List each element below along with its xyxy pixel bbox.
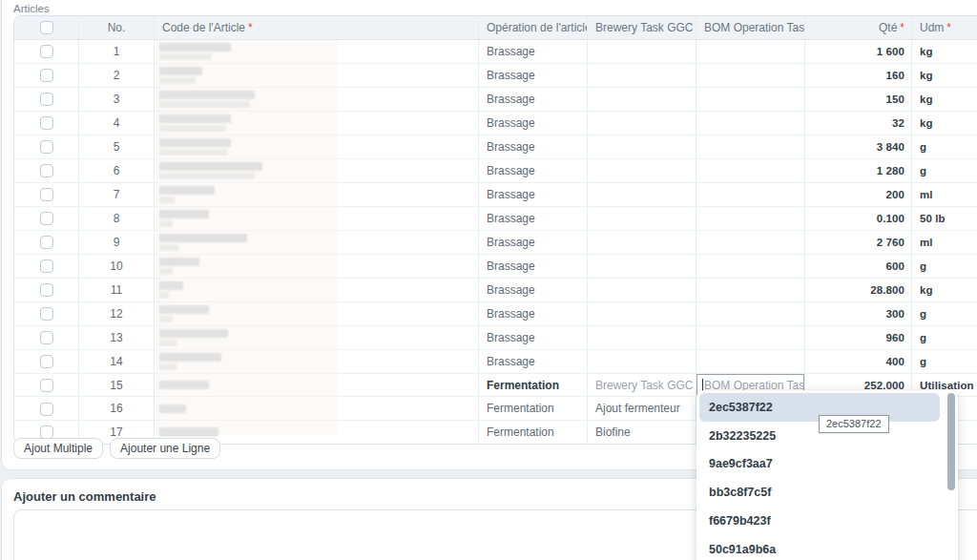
cell-qty[interactable]: 1 280: [805, 159, 912, 183]
cell-brewery-task[interactable]: [588, 40, 696, 64]
cell-operation[interactable]: Brassage: [479, 135, 588, 159]
cell-operation[interactable]: Fermentation: [479, 374, 588, 397]
cell-bom-operation[interactable]: [696, 326, 805, 350]
cell-udm[interactable]: g: [912, 302, 977, 326]
cell-udm[interactable]: kg: [912, 64, 977, 88]
cell-qty[interactable]: 600: [805, 255, 912, 279]
cell-brewery-task[interactable]: Biofine: [588, 421, 696, 444]
cell-operation[interactable]: Brassage: [479, 88, 588, 112]
cell-udm[interactable]: g: [912, 255, 977, 279]
cell-bom-operation[interactable]: [696, 279, 805, 302]
add-row-button[interactable]: Ajouter une Ligne: [110, 438, 220, 459]
cell-operation[interactable]: Brassage: [479, 255, 588, 279]
cell-qty[interactable]: 960: [805, 326, 912, 350]
cell-qty[interactable]: 0.100: [805, 207, 912, 231]
cell-brewery-task[interactable]: [588, 159, 696, 183]
row-checkbox[interactable]: [40, 212, 53, 225]
cell-article-code[interactable]: [155, 183, 479, 207]
row-checkbox[interactable]: [40, 188, 53, 201]
cell-article-code[interactable]: [155, 112, 479, 135]
cell-udm[interactable]: kg: [912, 88, 977, 112]
cell-brewery-task[interactable]: [588, 135, 696, 159]
cell-bom-operation[interactable]: [696, 135, 805, 159]
cell-udm[interactable]: kg: [912, 112, 977, 135]
cell-udm[interactable]: kg: [912, 279, 977, 302]
cell-bom-operation[interactable]: [696, 64, 805, 88]
cell-bom-operation[interactable]: [696, 231, 805, 255]
cell-brewery-task[interactable]: [588, 112, 696, 135]
cell-article-code[interactable]: [155, 255, 479, 279]
cell-brewery-task[interactable]: [588, 350, 696, 374]
cell-operation[interactable]: Brassage: [479, 326, 588, 350]
row-checkbox[interactable]: [40, 331, 53, 344]
cell-operation[interactable]: Brassage: [479, 40, 588, 64]
cell-qty[interactable]: 150: [805, 88, 912, 112]
cell-brewery-task[interactable]: [588, 64, 696, 88]
dropdown-item[interactable]: f6679b423f: [699, 507, 940, 535]
cell-bom-operation[interactable]: [696, 159, 805, 183]
cell-operation[interactable]: Brassage: [479, 302, 588, 326]
row-checkbox[interactable]: [40, 140, 53, 154]
cell-udm[interactable]: ml: [912, 231, 977, 255]
row-checkbox[interactable]: [40, 355, 53, 368]
row-checkbox[interactable]: [40, 236, 53, 249]
cell-bom-operation[interactable]: [696, 112, 805, 135]
cell-article-code[interactable]: [155, 397, 479, 420]
row-checkbox[interactable]: [40, 164, 53, 177]
cell-article-code[interactable]: [155, 279, 479, 302]
dropdown-scrollbar-thumb[interactable]: [947, 393, 955, 490]
cell-brewery-task[interactable]: Brewery Task GGC: [588, 374, 696, 397]
cell-brewery-task[interactable]: [588, 326, 696, 350]
cell-operation[interactable]: Brassage: [479, 159, 588, 183]
cell-udm[interactable]: 50 lb: [912, 207, 977, 231]
cell-brewery-task[interactable]: [588, 207, 696, 231]
cell-qty[interactable]: 300: [805, 302, 912, 326]
cell-operation[interactable]: Brassage: [479, 112, 588, 135]
cell-article-code[interactable]: [155, 135, 479, 159]
cell-operation[interactable]: Brassage: [479, 207, 588, 231]
cell-brewery-task[interactable]: Ajout fermenteur: [588, 397, 696, 420]
dropdown-item[interactable]: 9ae9cf3aa7: [699, 450, 940, 479]
cell-operation[interactable]: Brassage: [479, 279, 588, 302]
cell-bom-operation[interactable]: [696, 183, 805, 207]
cell-operation[interactable]: Fermentation: [479, 397, 588, 420]
cell-brewery-task[interactable]: [588, 88, 696, 112]
cell-brewery-task[interactable]: [588, 255, 696, 279]
row-checkbox[interactable]: [40, 283, 53, 297]
cell-article-code[interactable]: [155, 159, 479, 183]
cell-article-code[interactable]: [155, 302, 479, 326]
row-checkbox[interactable]: [40, 259, 53, 273]
cell-udm[interactable]: g: [912, 350, 977, 374]
cell-article-code[interactable]: [155, 207, 479, 231]
cell-brewery-task[interactable]: [588, 279, 696, 302]
cell-article-code[interactable]: [155, 326, 479, 350]
row-checkbox[interactable]: [40, 69, 53, 82]
cell-article-code[interactable]: [155, 88, 479, 112]
cell-brewery-task[interactable]: [588, 302, 696, 326]
row-checkbox[interactable]: [40, 403, 53, 416]
select-all-checkbox[interactable]: [40, 21, 53, 34]
cell-bom-operation[interactable]: [696, 40, 805, 64]
cell-article-code[interactable]: [155, 374, 479, 397]
row-checkbox[interactable]: [40, 45, 53, 58]
add-multiple-button[interactable]: Ajout Multiple: [13, 438, 103, 459]
cell-qty[interactable]: 1 600: [805, 40, 912, 64]
dropdown-item[interactable]: bb3c8f7c5f: [699, 478, 940, 507]
cell-udm[interactable]: g: [912, 326, 977, 350]
cell-bom-operation[interactable]: [696, 207, 805, 231]
cell-brewery-task[interactable]: [588, 183, 696, 207]
cell-qty[interactable]: 2 760: [805, 231, 912, 255]
cell-udm[interactable]: kg: [912, 40, 977, 64]
cell-article-code[interactable]: [155, 231, 479, 255]
cell-udm[interactable]: g: [912, 135, 977, 159]
cell-operation[interactable]: Brassage: [479, 231, 588, 255]
cell-bom-operation[interactable]: [696, 350, 805, 374]
cell-article-code[interactable]: [155, 64, 479, 88]
cell-operation[interactable]: Fermentation: [479, 421, 588, 444]
cell-operation[interactable]: Brassage: [479, 350, 588, 374]
cell-qty[interactable]: 400: [805, 350, 912, 374]
cell-qty[interactable]: 200: [805, 183, 912, 207]
row-checkbox[interactable]: [40, 379, 53, 392]
cell-operation[interactable]: Brassage: [479, 183, 588, 207]
cell-article-code[interactable]: [155, 350, 479, 374]
